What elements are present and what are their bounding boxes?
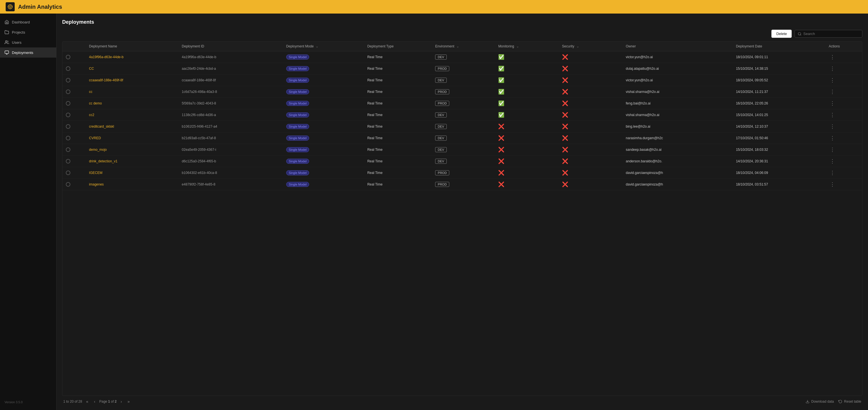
env-badge: DEV xyxy=(435,78,447,83)
row-checkbox[interactable] xyxy=(62,132,86,144)
row-actions-button[interactable]: ⋮ xyxy=(829,181,836,187)
sidebar-item-projects[interactable]: Projects xyxy=(0,27,56,37)
mode-badge: Single Model xyxy=(286,147,309,152)
reset-table-button[interactable]: Reset table xyxy=(838,400,861,404)
row-actions[interactable]: ⋮ xyxy=(825,63,862,74)
row-checkbox[interactable] xyxy=(62,86,86,98)
monitoring-status: ❌ xyxy=(498,159,504,164)
deployment-name-link[interactable]: cc demo xyxy=(89,101,102,105)
app-title: Admin Analytics xyxy=(18,4,62,10)
row-actions-button[interactable]: ⋮ xyxy=(829,158,836,164)
env-badge: PROD xyxy=(435,101,449,106)
row-checkbox[interactable] xyxy=(62,167,86,179)
col-header-id[interactable]: Deployment ID xyxy=(178,41,283,52)
row-type: Real Time xyxy=(364,144,432,156)
delete-button[interactable]: Delete xyxy=(771,30,792,38)
row-actions-button[interactable]: ⋮ xyxy=(829,66,836,72)
first-page-button[interactable]: « xyxy=(85,399,90,404)
deployment-name-link[interactable]: 4a19f96a-d63e-44de-b xyxy=(89,55,123,59)
deployment-name-link[interactable]: cc xyxy=(89,90,92,94)
row-checkbox[interactable] xyxy=(62,179,86,190)
row-id: b21d93a8-cc5b-47af-8 xyxy=(178,132,283,144)
row-checkbox[interactable] xyxy=(62,63,86,74)
row-actions[interactable]: ⋮ xyxy=(825,109,862,121)
col-header-date[interactable]: Deployment Date xyxy=(733,41,825,52)
row-checkbox[interactable] xyxy=(62,74,86,86)
row-mode: Single Model xyxy=(283,144,364,156)
row-actions-button[interactable]: ⋮ xyxy=(829,135,836,141)
row-id: aac26ef0-24de-4cbd-a xyxy=(178,63,283,74)
next-page-button[interactable]: › xyxy=(119,399,124,404)
col-header-security[interactable]: Security ⌄ xyxy=(559,41,622,52)
last-page-button[interactable]: » xyxy=(126,399,131,404)
col-header-monitoring[interactable]: Monitoring ⌄ xyxy=(495,41,559,52)
col-header-name[interactable]: Deployment Name xyxy=(86,41,178,52)
monitoring-status: ❌ xyxy=(498,124,504,129)
row-actions[interactable]: ⋮ xyxy=(825,132,862,144)
deployment-name-link[interactable]: drink_detection_v1 xyxy=(89,159,118,163)
row-actions-button[interactable]: ⋮ xyxy=(829,100,836,106)
deployment-name-link[interactable]: imagenes xyxy=(89,182,104,186)
sidebar-item-dashboard[interactable]: Dashboard xyxy=(0,17,56,27)
row-actions-button[interactable]: ⋮ xyxy=(829,124,836,130)
row-actions-button[interactable]: ⋮ xyxy=(829,170,836,176)
row-actions-button[interactable]: ⋮ xyxy=(829,77,836,83)
row-checkbox[interactable] xyxy=(62,156,86,167)
row-env: PROD xyxy=(432,86,495,98)
row-actions[interactable]: ⋮ xyxy=(825,98,862,109)
row-checkbox[interactable] xyxy=(62,121,86,132)
home-icon xyxy=(4,20,9,24)
row-actions[interactable]: ⋮ xyxy=(825,156,862,167)
row-actions[interactable]: ⋮ xyxy=(825,144,862,156)
row-owner: victor.yun@h2o.ai xyxy=(622,74,733,86)
row-checkbox[interactable] xyxy=(62,98,86,109)
row-owner: anderson.baraldo@h2o. xyxy=(622,156,733,167)
deployment-name-link[interactable]: CC xyxy=(89,67,94,71)
reset-icon xyxy=(838,400,842,404)
sidebar-version: Version 3.5.0 xyxy=(0,398,56,407)
deployment-name-link[interactable]: IGECEM xyxy=(89,171,102,175)
prev-page-button[interactable]: ‹ xyxy=(92,399,97,404)
row-actions[interactable]: ⋮ xyxy=(825,167,862,179)
row-actions[interactable]: ⋮ xyxy=(825,179,862,190)
col-header-env[interactable]: Environment ⌄ xyxy=(432,41,495,52)
row-name: creditcard_sklskl xyxy=(86,121,178,132)
download-data-button[interactable]: Download data xyxy=(806,400,834,404)
deployment-name-link[interactable]: CVRED xyxy=(89,136,101,140)
row-actions[interactable]: ⋮ xyxy=(825,121,862,132)
row-monitoring: ✅ xyxy=(495,86,559,98)
row-security: ❌ xyxy=(559,179,622,190)
row-actions[interactable]: ⋮ xyxy=(825,86,862,98)
row-type: Real Time xyxy=(364,167,432,179)
table-row: CVRED b21d93a8-cc5b-47af-8 Single Model … xyxy=(62,132,862,144)
mode-badge: Single Model xyxy=(286,124,309,129)
row-actions-button[interactable]: ⋮ xyxy=(829,146,836,153)
search-input[interactable] xyxy=(803,32,859,36)
row-owner: feng.bai@h2o.ai xyxy=(622,98,733,109)
row-name: demo_mojo xyxy=(86,144,178,156)
col-header-type[interactable]: Deployment Type xyxy=(364,41,432,52)
deployment-name-link[interactable]: creditcard_sklskl xyxy=(89,125,114,129)
deployment-name-link[interactable]: ccaaea8f-188e-469f-8f xyxy=(89,78,123,82)
row-checkbox[interactable] xyxy=(62,144,86,156)
row-actions[interactable]: ⋮ xyxy=(825,52,862,63)
row-actions-button[interactable]: ⋮ xyxy=(829,54,836,60)
col-header-mode[interactable]: Deployment Mode ⌄ xyxy=(283,41,364,52)
row-checkbox[interactable] xyxy=(62,52,86,63)
col-header-owner[interactable]: Owner xyxy=(622,41,733,52)
deployment-name-link[interactable]: demo_mojo xyxy=(89,148,107,151)
row-actions-button[interactable]: ⋮ xyxy=(829,89,836,95)
table-row: drink_detection_v1 d6c125a0-2584-4f65-b … xyxy=(62,156,862,167)
row-checkbox[interactable] xyxy=(62,109,86,121)
svg-line-9 xyxy=(801,34,801,35)
deployment-name-link[interactable]: cc2 xyxy=(89,113,94,117)
row-actions[interactable]: ⋮ xyxy=(825,74,862,86)
row-owner: bing.lee@h2o.ai xyxy=(622,121,733,132)
row-mode: Single Model xyxy=(283,98,364,109)
download-icon xyxy=(806,400,809,404)
sidebar-item-users[interactable]: Users xyxy=(0,37,56,47)
row-monitoring: ❌ xyxy=(495,121,559,132)
sidebar-item-deployments[interactable]: Deployments xyxy=(0,47,56,58)
row-actions-button[interactable]: ⋮ xyxy=(829,112,836,118)
row-type: Real Time xyxy=(364,74,432,86)
